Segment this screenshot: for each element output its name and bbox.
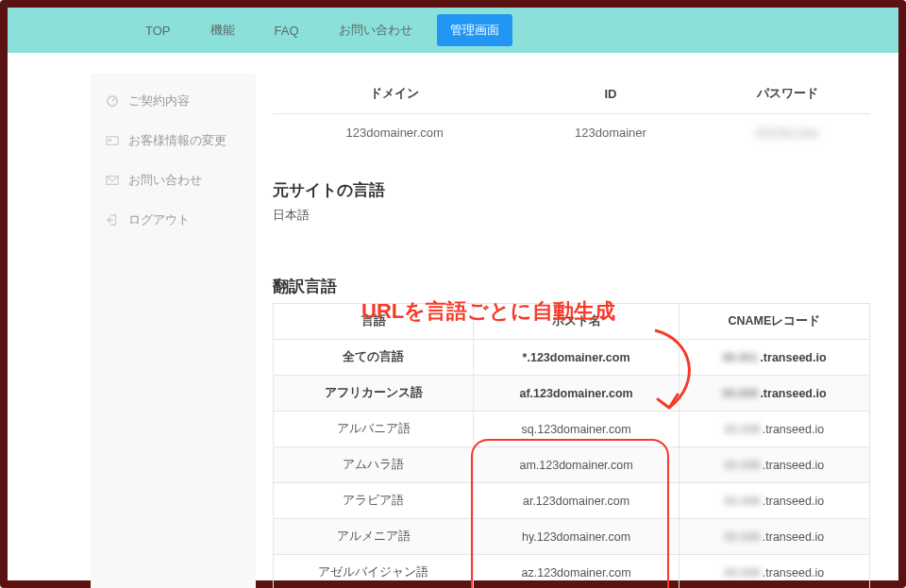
table-row: アラビア語ar.123domainer.com00.006.transeed.i… bbox=[274, 483, 870, 519]
sidebar-item-label: お客様情報の変更 bbox=[128, 132, 226, 149]
card-icon bbox=[106, 134, 119, 147]
lang-header-cname: CNAMEレコード bbox=[679, 304, 869, 340]
lang-cname: 00.006.transeed.io bbox=[679, 555, 869, 589]
source-lang-value: 日本語 bbox=[273, 207, 870, 224]
lang-host: sq.123domainer.com bbox=[474, 412, 679, 447]
lang-cname: 00.006.transeed.io bbox=[679, 412, 869, 447]
svg-rect-2 bbox=[109, 139, 112, 142]
lang-host: hy.123domainer.com bbox=[474, 519, 679, 555]
dashboard-icon bbox=[106, 94, 119, 108]
sidebar-item-inquiry[interactable]: お問い合わせ bbox=[91, 160, 256, 200]
sidebar-item-customer[interactable]: お客様情報の変更 bbox=[91, 121, 256, 160]
sidebar-item-contract[interactable]: ご契約内容 bbox=[91, 81, 256, 121]
lang-host: az.123domainer.com bbox=[474, 555, 679, 589]
lang-host: af.123domainer.com bbox=[474, 376, 679, 412]
lang-cname: 00.006.transeed.io bbox=[679, 483, 869, 519]
sidebar-item-label: ログアウト bbox=[128, 211, 190, 228]
lang-name: アルメニア語 bbox=[274, 519, 474, 555]
logout-icon bbox=[106, 213, 119, 227]
sidebar-item-logout[interactable]: ログアウト bbox=[91, 200, 256, 240]
lang-name: アラビア語 bbox=[274, 483, 474, 519]
info-table: ドメイン ID パスワード 123domainer.com 123domaine… bbox=[273, 74, 870, 151]
lang-name: アゼルバイジャン語 bbox=[274, 555, 474, 589]
table-row: アルメニア語hy.123domainer.com00.006.transeed.… bbox=[274, 519, 870, 555]
lang-name: アルバニア語 bbox=[274, 412, 474, 447]
lang-host: am.123domainer.com bbox=[474, 447, 679, 483]
sidebar: ご契約内容 お客様情報の変更 お問い合わせ ログアウト bbox=[91, 74, 256, 588]
nav-faq[interactable]: FAQ bbox=[260, 16, 314, 45]
mail-icon bbox=[106, 174, 119, 187]
lang-name: アフリカーンス語 bbox=[274, 376, 474, 412]
lang-cname: 00.006.transeed.io bbox=[679, 519, 869, 555]
top-nav: TOP 機能 FAQ お問い合わせ 管理画面 bbox=[8, 8, 898, 53]
info-header-domain: ドメイン bbox=[273, 74, 516, 114]
main-content: ドメイン ID パスワード 123domainer.com 123domaine… bbox=[273, 74, 870, 588]
translate-lang-title: 翻訳言語 bbox=[273, 276, 870, 297]
table-row: アムハラ語am.123domainer.com00.006.transeed.i… bbox=[274, 447, 870, 483]
info-header-id: ID bbox=[516, 74, 704, 114]
table-row: アルバニア語sq.123domainer.com00.006.transeed.… bbox=[274, 412, 870, 447]
callout-annotation: URLを言語ごとに自動生成 bbox=[361, 297, 615, 326]
lang-all-cname: 08.001.transeed.io bbox=[679, 340, 869, 376]
sidebar-item-label: お問い合わせ bbox=[128, 172, 202, 189]
lang-name: アムハラ語 bbox=[274, 447, 474, 483]
lang-all-label: 全ての言語 bbox=[274, 340, 474, 376]
table-row: アフリカーンス語af.123domainer.com00.006.transee… bbox=[274, 376, 870, 412]
info-password: iiOv3xL2ea bbox=[704, 114, 870, 152]
info-header-password: パスワード bbox=[704, 74, 870, 114]
nav-top[interactable]: TOP bbox=[130, 16, 186, 45]
lang-all-host: *.123domainer.com bbox=[474, 340, 679, 376]
lang-cname: 00.006.transeed.io bbox=[679, 447, 869, 483]
language-table: 言語 ホスト名 CNAMEレコード 全ての言語 *.123domainer.co… bbox=[273, 303, 870, 588]
nav-features[interactable]: 機能 bbox=[195, 14, 250, 46]
lang-host: ar.123domainer.com bbox=[474, 483, 679, 519]
sidebar-item-label: ご契約内容 bbox=[128, 92, 190, 109]
source-lang-title: 元サイトの言語 bbox=[273, 179, 870, 201]
info-domain: 123domainer.com bbox=[273, 114, 516, 152]
info-id: 123domainer bbox=[516, 114, 704, 152]
table-row: アゼルバイジャン語az.123domainer.com00.006.transe… bbox=[274, 555, 870, 589]
nav-contact[interactable]: お問い合わせ bbox=[324, 14, 428, 46]
nav-admin-button[interactable]: 管理画面 bbox=[437, 14, 512, 46]
lang-cname: 00.006.transeed.io bbox=[679, 376, 869, 412]
